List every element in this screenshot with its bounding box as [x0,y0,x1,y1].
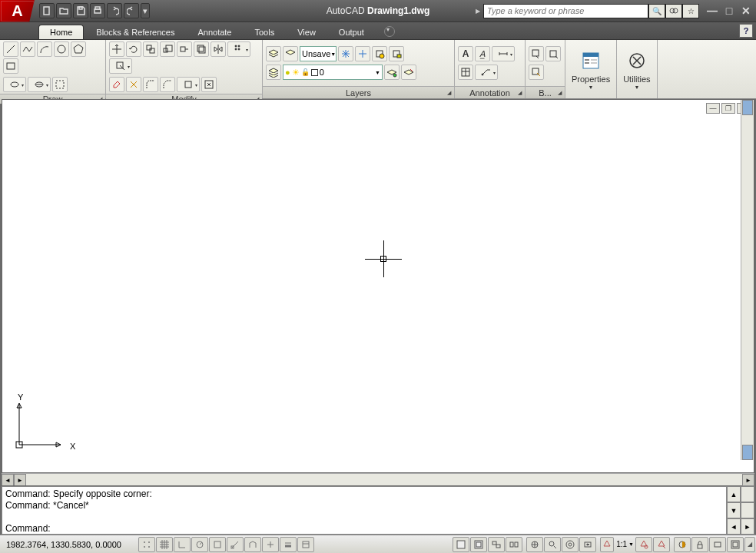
status-tray-button[interactable]: ◢ [744,537,755,552]
hardware-accel-button[interactable] [709,537,726,552]
save-button[interactable] [73,3,88,18]
mirror-button[interactable] [211,41,226,57]
canvas-minimize-button[interactable]: — [706,103,720,114]
search-input[interactable] [483,4,648,18]
workspace-switching-button[interactable] [674,537,691,552]
circle-button[interactable] [54,41,69,57]
minimize-button[interactable]: — [705,4,719,18]
panel-block-title[interactable]: B...◢ [526,86,565,98]
copy-button[interactable] [143,41,158,57]
annotation-autoscale-button[interactable] [653,537,670,552]
lwt-toggle[interactable] [280,537,297,552]
osnap-toggle[interactable] [209,537,226,552]
annotation-scale-label[interactable]: 1:1 [615,540,628,548]
offset-button[interactable] [194,41,209,57]
comm-center-button[interactable] [665,4,682,18]
coordinates-display[interactable]: 1982.3764, 1330.5830, 0.0000 [0,540,138,549]
qp-toggle[interactable] [297,537,314,552]
insert-block-button[interactable] [529,46,544,61]
ellipse-dropdown[interactable] [3,77,26,92]
annotation-scale-icon[interactable] [600,537,614,552]
cmd-scroll-left[interactable]: ◄ [727,518,741,535]
fillet-button[interactable] [143,77,158,92]
line-button[interactable] [3,41,18,57]
tab-scroll-right[interactable]: ► [14,474,26,486]
stretch-button[interactable] [177,41,192,57]
cmd-scroll-up[interactable]: ▲ [727,486,741,502]
erase-button[interactable] [109,77,124,92]
layer-match-button[interactable] [266,65,281,80]
rotate-button[interactable] [126,41,141,57]
drawing-canvas[interactable]: — ❐ ✕ Y X [2,99,754,473]
search-go-button[interactable]: 🔍 [648,4,665,18]
showmotion-button[interactable] [579,537,596,552]
layout-button[interactable] [470,537,487,552]
app-menu-button[interactable]: A [0,0,35,22]
layer-dropdown[interactable]: ● ☀ 🔓 0 ▼ [283,65,383,80]
zoom-button[interactable] [544,537,561,552]
otrack-toggle[interactable] [227,537,244,552]
snap-toggle[interactable] [138,537,155,552]
create-block-button[interactable] [545,46,561,61]
toolbar-lock-button[interactable] [691,537,708,552]
ribbon-options-button[interactable] [384,26,395,37]
maximize-button[interactable]: □ [722,4,736,18]
close-button[interactable]: ✕ [739,4,753,18]
pan-button[interactable] [526,537,543,552]
tab-scroll-left[interactable]: ◄ [2,474,14,486]
steering-wheel-button[interactable] [562,537,579,552]
tab-annotate[interactable]: Annotate [187,25,242,39]
rectangle-button[interactable] [3,58,18,74]
polar-toggle[interactable] [191,537,208,552]
quickview-layouts-button[interactable] [488,537,505,552]
panel-properties[interactable]: Properties ▼ [565,40,617,98]
panel-layers-title[interactable]: Layers◢ [263,86,454,98]
layer-properties-button[interactable] [266,46,281,61]
redo-button[interactable] [124,3,139,18]
layer-previous-button[interactable] [384,65,400,80]
tab-view[interactable]: View [287,25,327,39]
scale-button[interactable] [160,41,175,57]
cmd-scroll-right[interactable]: ► [741,518,754,535]
annotation-visibility-button[interactable] [635,537,652,552]
ducs-toggle[interactable] [244,537,261,552]
layer-states-button[interactable] [283,46,298,61]
chamfer-button[interactable] [160,77,175,92]
dyn-toggle[interactable] [262,537,279,552]
vertical-scrollbar[interactable] [741,100,754,460]
qat-dropdown[interactable]: ▾ [141,3,150,18]
polygon-button[interactable] [71,41,86,57]
clean-screen-button[interactable] [727,537,744,552]
panel-annotation-title[interactable]: Annotation◢ [455,86,525,98]
hatch-dropdown[interactable] [28,77,51,92]
leader-dropdown[interactable] [475,65,498,80]
array-dropdown[interactable] [227,41,250,57]
horizontal-scrollbar[interactable]: ► [26,474,754,485]
cmd-scroll-down[interactable]: ▼ [727,502,741,518]
region-button[interactable] [52,77,68,92]
ortho-toggle[interactable] [174,537,191,552]
arc-button[interactable] [37,41,52,57]
command-history[interactable]: Command: Specify opposite corner: Comman… [2,486,727,535]
layer-off-button[interactable] [355,46,370,61]
layer-isolate-button[interactable] [372,46,387,61]
join-dropdown[interactable] [177,77,200,92]
layer-unisolate-button[interactable] [401,65,416,80]
tab-tools[interactable]: Tools [244,25,286,39]
canvas-restore-button[interactable]: ❐ [721,103,735,114]
panel-utilities[interactable]: Utilities ▼ [617,40,657,98]
layer-freeze-button[interactable] [338,46,353,61]
layer-lock-button[interactable] [389,46,404,61]
grid-toggle[interactable] [156,537,173,552]
favorites-button[interactable]: ☆ [682,4,699,18]
tab-output[interactable]: Output [328,25,375,39]
polyline-button[interactable] [20,41,35,57]
new-button[interactable] [39,3,55,18]
print-button[interactable] [90,3,105,18]
edit-block-button[interactable] [529,65,544,80]
layer-state-dropdown[interactable]: Unsave▼ [300,46,337,61]
move-button[interactable] [109,41,124,57]
explode-button[interactable] [126,77,141,92]
model-button[interactable] [453,537,469,552]
undo-button[interactable] [107,3,122,18]
